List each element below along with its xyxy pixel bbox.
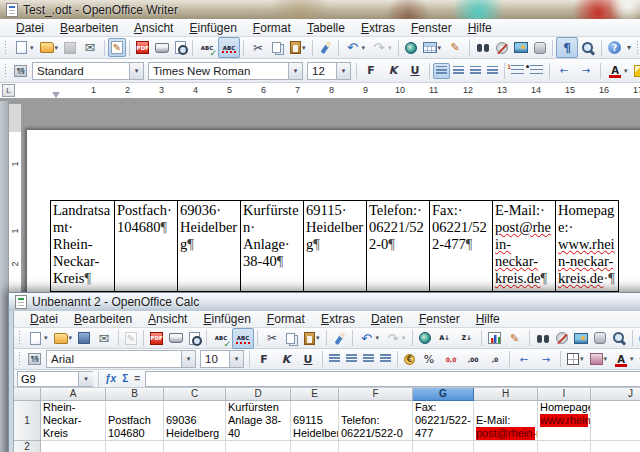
highlighting-button[interactable]: ▾ <box>631 62 640 80</box>
underline-button[interactable]: U <box>297 349 319 370</box>
chevron-down-icon[interactable]: ▾ <box>181 351 195 367</box>
toolbar-grip[interactable] <box>18 351 23 367</box>
table-cell[interactable]: Fax:·​06221/522-477¶ <box>429 201 492 291</box>
chevron-down-icon[interactable]: ▾ <box>604 355 608 363</box>
draw-functions-button[interactable]: ✎ <box>444 37 466 58</box>
menu-fenster[interactable]: Fenster <box>411 311 468 327</box>
help-button[interactable]: ? <box>605 38 624 57</box>
font-name-combo[interactable]: Arial▾ <box>46 350 196 368</box>
cut-button[interactable]: ✂ <box>247 37 269 58</box>
zoom-button[interactable] <box>578 38 598 58</box>
horizontal-ruler[interactable]: L 1 2 3 4 5 6 7 8 9 10 11 12 13 14 15 16… <box>0 83 640 99</box>
chevron-down-icon[interactable]: ▾ <box>362 44 366 52</box>
row-header-1[interactable]: 1 <box>14 401 41 441</box>
data-sources-button[interactable] <box>591 329 609 347</box>
cell-d2[interactable] <box>226 441 291 452</box>
font-size-combo[interactable]: 12▾ <box>307 62 351 80</box>
increase-indent-button[interactable]: → <box>535 349 557 370</box>
copy-button[interactable] <box>283 330 301 347</box>
add-decimal-button[interactable]: ,00 <box>462 349 484 370</box>
column-header-g-selected[interactable]: G <box>413 388 474 401</box>
align-justify-button[interactable] <box>484 63 501 79</box>
formatting-marks-button[interactable]: ¶ <box>556 37 578 58</box>
insert-chart-button[interactable] <box>485 329 504 347</box>
chevron-down-icon[interactable]: ▾ <box>69 334 73 342</box>
function-button[interactable]: = <box>131 373 143 384</box>
cell-j1[interactable] <box>591 401 640 441</box>
tab-stop-selector[interactable]: L <box>2 84 15 97</box>
chevron-down-icon[interactable]: ▾ <box>288 63 302 79</box>
percent-format-button[interactable]: % <box>418 349 440 370</box>
new-document-button[interactable]: ▾ <box>25 329 51 348</box>
insert-table-button[interactable]: ▾ <box>420 39 445 56</box>
menu-extras[interactable]: Extras <box>313 311 363 327</box>
column-header-a[interactable]: A <box>41 388 106 401</box>
bullet-list-button[interactable] <box>527 62 546 79</box>
cell-a2[interactable] <box>41 441 106 452</box>
sort-ascending-button[interactable]: A↓ <box>434 328 456 349</box>
column-header-h[interactable]: H <box>474 388 538 401</box>
chevron-down-icon[interactable]: ▾ <box>388 44 392 52</box>
save-button[interactable] <box>61 39 79 57</box>
open-button[interactable]: ▾ <box>37 39 62 56</box>
name-box[interactable] <box>17 371 79 387</box>
menu-ansicht[interactable]: Ansicht <box>126 20 181 36</box>
function-wizard-button[interactable]: ƒx <box>102 373 119 384</box>
cell-i1[interactable]: Homepage:www.rhein-nec <box>538 401 591 441</box>
menu-fenster[interactable]: Fenster <box>403 20 460 36</box>
menu-einfuegen[interactable]: Einfügen <box>195 311 258 327</box>
align-left-button[interactable] <box>326 351 343 367</box>
cell-b2[interactable] <box>106 441 164 452</box>
writer-app-icon[interactable] <box>6 3 18 17</box>
table-cell[interactable]: Postfach·​104680¶ <box>114 201 177 291</box>
decrease-indent-button[interactable]: ← <box>553 60 575 81</box>
column-header-j[interactable]: J <box>591 388 640 401</box>
chevron-down-icon[interactable]: ▾ <box>229 351 243 367</box>
open-button[interactable]: ▾ <box>51 330 76 347</box>
calc-app-icon[interactable] <box>15 295 27 309</box>
format-paintbrush-button[interactable] <box>316 38 335 57</box>
cell-e1[interactable]: 69115 Heidelberg <box>291 401 339 441</box>
cell-j2[interactable] <box>591 441 640 452</box>
draw-functions-button[interactable]: ✎ <box>504 328 526 349</box>
chevron-down-icon[interactable]: ▾ <box>129 63 143 79</box>
select-all-corner[interactable] <box>14 388 41 401</box>
export-pdf-button[interactable]: PDF <box>133 38 152 57</box>
chevron-down-icon[interactable]: ▾ <box>55 44 59 52</box>
toolbar-grip[interactable] <box>636 40 640 56</box>
menu-extras[interactable]: Extras <box>353 20 403 36</box>
menu-bearbeiten[interactable]: Bearbeiten <box>66 311 140 327</box>
page-preview-button[interactable] <box>172 38 189 57</box>
navigator-button[interactable] <box>493 39 511 57</box>
font-name-combo[interactable]: Times New Roman▾ <box>148 62 303 80</box>
find-replace-button[interactable] <box>473 39 493 56</box>
navigator-button[interactable] <box>553 329 571 347</box>
paste-button[interactable]: ▾ <box>287 38 309 57</box>
gallery-button[interactable] <box>511 39 531 56</box>
toolbar-grip[interactable] <box>4 63 9 79</box>
menu-datei[interactable]: Datei <box>8 20 52 36</box>
email-document-button[interactable]: ✉ <box>79 37 101 58</box>
align-justify-button[interactable] <box>377 351 394 367</box>
menu-tabelle[interactable]: Tabelle <box>299 20 353 36</box>
chevron-down-icon[interactable]: ▾ <box>630 355 634 363</box>
calc-titlebar[interactable]: Unbenannt 2 - OpenOffice Calc <box>9 293 640 311</box>
align-right-button[interactable] <box>467 63 484 79</box>
cell-a1[interactable]: Landratsamt Rhein-​Neckar-​Kreis <box>41 401 106 441</box>
chevron-down-icon[interactable]: ▾ <box>336 63 350 79</box>
spellcheck-button[interactable]: ABC <box>196 37 218 58</box>
chevron-down-icon[interactable]: ▾ <box>580 355 584 363</box>
table-cell[interactable]: E-Mail:·​post@rhein-​neckar-​kreis.de¶ <box>492 201 555 291</box>
chevron-down-icon[interactable]: ▾ <box>438 44 442 52</box>
cell-f1[interactable]: Telefon: 06221/522-0 <box>339 401 413 441</box>
cell-h1[interactable]: E-Mail:post@rhein-ne <box>474 401 538 441</box>
cell-c1[interactable]: 69036 Heidelberg <box>164 401 226 441</box>
column-header-e[interactable]: E <box>291 388 339 401</box>
table-cell[interactable]: Kurfürsten·​Anlage·​38-40¶ <box>240 201 303 291</box>
menu-bearbeiten[interactable]: Bearbeiten <box>52 20 126 36</box>
cell-f2[interactable] <box>339 441 413 452</box>
cell-c2[interactable] <box>164 441 226 452</box>
increase-indent-button[interactable]: → <box>575 60 597 81</box>
decrease-indent-button[interactable]: ← <box>513 349 535 370</box>
align-center-button[interactable] <box>450 63 467 79</box>
